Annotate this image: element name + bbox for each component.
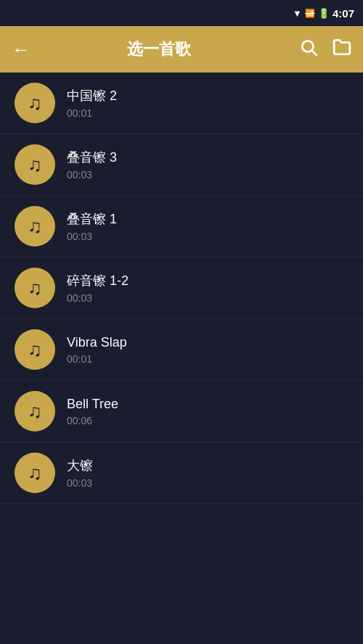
song-info: 中国镲 2 00:01 [67, 87, 117, 119]
song-duration: 00:03 [67, 169, 117, 181]
music-note-icon: ♫ [28, 277, 42, 300]
wifi-icon: ▼ [293, 8, 302, 19]
song-avatar: ♫ [15, 83, 55, 123]
music-note-icon: ♫ [28, 154, 42, 176]
svg-line-1 [312, 51, 317, 55]
battery-icon: 🔋 [318, 8, 330, 19]
song-info: Vibra Slap 00:01 [67, 335, 127, 365]
song-name: Vibra Slap [67, 335, 127, 350]
signal-icon: 📶 [305, 9, 315, 18]
status-bar: ▼ 📶 🔋 4:07 [0, 0, 363, 26]
status-time: 4:07 [333, 7, 354, 20]
song-list: ♫ 中国镲 2 00:01 ♫ 叠音镲 3 00:03 ♫ 叠音镲 1 00:0… [0, 73, 363, 504]
song-info: 碎音镲 1-2 00:03 [67, 272, 129, 304]
status-icons: ▼ 📶 🔋 4:07 [293, 7, 354, 20]
song-name: Bell Tree [67, 397, 118, 412]
song-duration: 00:03 [67, 292, 129, 304]
list-item[interactable]: ♫ Vibra Slap 00:01 [0, 319, 363, 381]
list-item[interactable]: ♫ 叠音镲 3 00:03 [0, 134, 363, 196]
song-avatar: ♫ [15, 206, 55, 247]
song-name: 叠音镲 3 [67, 149, 117, 166]
music-note-icon: ♫ [28, 339, 42, 361]
song-name: 叠音镲 1 [67, 210, 117, 228]
back-button[interactable]: ← [12, 38, 30, 61]
music-note-icon: ♫ [28, 462, 42, 484]
music-note-icon: ♫ [28, 215, 42, 238]
song-duration: 00:03 [67, 477, 93, 489]
music-note-icon: ♫ [28, 92, 42, 115]
song-duration: 00:03 [67, 231, 117, 242]
song-duration: 00:06 [67, 415, 118, 426]
song-duration: 00:01 [67, 107, 117, 119]
search-button[interactable] [299, 38, 318, 61]
list-item[interactable]: ♫ 碎音镲 1-2 00:03 [0, 257, 363, 319]
list-item[interactable]: ♫ Bell Tree 00:06 [0, 381, 363, 442]
song-info: 大镲 00:03 [67, 457, 93, 489]
song-avatar: ♫ [15, 144, 55, 185]
song-info: Bell Tree 00:06 [67, 397, 118, 426]
song-avatar: ♫ [15, 453, 55, 493]
folder-button[interactable] [333, 38, 351, 61]
page-title: 选一首歌 [30, 38, 287, 60]
song-duration: 00:01 [67, 353, 127, 365]
song-name: 中国镲 2 [67, 87, 117, 104]
song-avatar: ♫ [15, 268, 55, 308]
list-item[interactable]: ♫ 叠音镲 1 00:03 [0, 196, 363, 257]
toolbar-actions [299, 38, 351, 61]
list-item[interactable]: ♫ 中国镲 2 00:01 [0, 73, 363, 134]
toolbar: ← 选一首歌 [0, 26, 363, 73]
song-avatar: ♫ [15, 391, 55, 432]
song-name: 碎音镲 1-2 [67, 272, 129, 289]
list-item[interactable]: ♫ 大镲 00:03 [0, 442, 363, 504]
song-info: 叠音镲 3 00:03 [67, 149, 117, 181]
song-name: 大镲 [67, 457, 93, 474]
song-avatar: ♫ [15, 329, 55, 370]
music-note-icon: ♫ [28, 400, 42, 423]
song-info: 叠音镲 1 00:03 [67, 210, 117, 242]
